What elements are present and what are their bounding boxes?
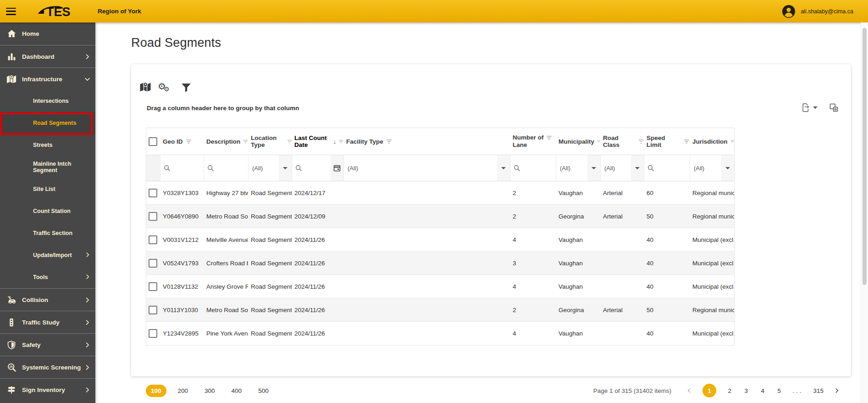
cell-description: Pine York Avenu... — [204, 330, 248, 337]
page-size-200[interactable]: 200 — [173, 385, 194, 397]
settings-gears-icon[interactable]: ⚙⚙ — [158, 82, 170, 92]
map-pin-icon[interactable] — [139, 82, 151, 92]
sidebar-item-road-segments[interactable]: Road Segments — [0, 112, 95, 134]
filter-last-count-date[interactable] — [292, 155, 343, 181]
column-header-municipality[interactable]: Municipality — [556, 138, 600, 145]
map-icon — [6, 74, 17, 84]
sidebar-item-infrastructure[interactable]: Infrastructure — [0, 67, 95, 90]
page-size-500[interactable]: 500 — [253, 385, 274, 397]
table-row[interactable]: Y0328Y1303 Highway 27 btw... Road Segmen… — [146, 181, 734, 205]
sidebar-item-traffic-section[interactable]: Traffic Section — [0, 222, 95, 244]
sidebar-item-traffic-study[interactable]: Traffic Study — [0, 311, 95, 333]
table-row[interactable]: Y0646Y0890 Metro Road Sou... Road Segmen… — [146, 205, 734, 228]
sidebar-item-intersections[interactable]: Intersections — [0, 90, 95, 112]
filter-description[interactable] — [204, 155, 248, 181]
previous-page-icon[interactable] — [686, 387, 692, 394]
table-row[interactable]: Y1234V2895 Pine York Avenu... Road Segme… — [146, 322, 734, 345]
sidebar-item-systemic-screening[interactable]: Systemic Screening — [0, 356, 95, 378]
scrollbar-thumb[interactable] — [862, 28, 867, 285]
column-header-geo-id[interactable]: Geo ID — [160, 138, 204, 145]
avatar-icon[interactable] — [782, 5, 796, 18]
column-header-location-type[interactable]: Location Type — [248, 134, 292, 148]
cell-jurisdiction: Regional munici... — [690, 213, 734, 220]
column-header-number-of-lane[interactable]: Number of Lane — [510, 128, 556, 155]
column-header-facility-type[interactable]: Facility Type — [343, 138, 510, 145]
vertical-scrollbar[interactable] — [861, 22, 868, 403]
row-checkbox[interactable] — [149, 212, 157, 221]
column-header-road-class[interactable]: Road Class — [600, 134, 644, 148]
calendar-icon[interactable] — [331, 155, 343, 181]
page-number-2[interactable]: 2 — [726, 387, 733, 394]
column-header-last-count-date[interactable]: Last Count Date ↓ — [292, 134, 343, 148]
column-chooser-icon[interactable] — [829, 103, 838, 112]
filter-road-class[interactable]: (All) — [600, 155, 644, 181]
table-row[interactable]: Y0113Y1030 Metro Road Sou... Road Segmen… — [146, 298, 734, 322]
page-number-3[interactable]: 3 — [743, 387, 749, 394]
dropdown-caret-icon[interactable] — [279, 155, 292, 181]
sidebar-item-count-station[interactable]: Count Station — [0, 200, 95, 222]
cell-location-type: Road Segment — [248, 236, 292, 243]
column-filter-icon — [287, 139, 292, 144]
main-content: Road Segments ⚙⚙ Drag a column header he… — [95, 22, 861, 403]
sidebar-item-mainline-intch-segment[interactable]: Mainline Intch Segment — [0, 156, 95, 178]
sidebar-item-home[interactable]: Home — [0, 22, 95, 45]
grid-toolbar: ⚙⚙ — [139, 82, 192, 92]
column-header-jurisdiction[interactable]: Jurisdiction — [690, 138, 734, 145]
dropdown-caret-icon[interactable] — [587, 155, 600, 181]
filter-speed-limit[interactable] — [644, 155, 690, 181]
hamburger-menu-icon[interactable] — [6, 8, 16, 15]
page-size-100[interactable]: 100 — [146, 385, 166, 397]
filter-location-type[interactable]: (All) — [248, 155, 292, 181]
page-size-300[interactable]: 300 — [199, 385, 220, 397]
column-header-description[interactable]: Description — [204, 138, 248, 145]
filter-facility-type[interactable]: (All) — [343, 155, 510, 181]
chevron-right-icon — [84, 53, 91, 62]
sidebar-item-sign-inventory[interactable]: Sign Inventory — [0, 378, 95, 401]
page-size-400[interactable]: 400 — [227, 385, 247, 397]
table-row[interactable]: V0031V1212 Melville Avenue... Road Segme… — [146, 228, 734, 252]
table-row[interactable]: V0524V1793 Crofters Road b... Road Segme… — [146, 252, 734, 275]
sidebar-item-site-list[interactable]: Site List — [0, 178, 95, 200]
page-number-1[interactable]: 1 — [702, 384, 716, 397]
cell-description: Melville Avenue... — [204, 236, 248, 243]
row-checkbox[interactable] — [149, 329, 157, 338]
row-checkbox[interactable] — [149, 235, 157, 244]
column-header-speed-limit[interactable]: Speed Limit — [644, 134, 690, 148]
sidebar-item-update-import[interactable]: Update/Import — [0, 244, 95, 266]
row-checkbox[interactable] — [149, 189, 157, 197]
page-number-315[interactable]: 315 — [813, 387, 824, 394]
car-crash-icon — [6, 295, 17, 305]
filter-jurisdiction[interactable]: (All) — [690, 155, 734, 181]
search-icon — [295, 165, 302, 172]
row-checkbox[interactable] — [149, 306, 157, 314]
cell-last-count-date: 2024/11/26 — [292, 307, 343, 313]
column-filter-icon — [339, 139, 343, 144]
next-page-icon[interactable] — [834, 387, 840, 394]
page-number-5[interactable]: 5 — [776, 387, 782, 394]
logo-text: TES — [46, 5, 71, 19]
sidebar-item-tools[interactable]: Tools — [0, 266, 95, 288]
row-checkbox[interactable] — [149, 259, 157, 268]
table-row[interactable]: V0128V1132 Ansley Grove Ro... Road Segme… — [146, 275, 734, 298]
filter-geo-id[interactable] — [160, 155, 204, 181]
search-icon — [647, 165, 654, 172]
sidebar-item-collision[interactable]: Collision — [0, 288, 95, 311]
filter-number-of-lane[interactable] — [510, 155, 556, 181]
sidebar-item-dashboard[interactable]: Dashboard — [0, 45, 95, 67]
chevron-right-icon — [84, 252, 91, 260]
page-number-4[interactable]: 4 — [759, 387, 766, 394]
filter-funnel-icon[interactable] — [181, 82, 192, 92]
export-data-icon[interactable] — [802, 103, 818, 112]
sidebar-item-streets[interactable]: Streets — [0, 134, 95, 156]
sidebar-item-safety[interactable]: Safety — [0, 333, 95, 356]
select-all-checkbox[interactable] — [149, 137, 157, 146]
road-segments-card: ⚙⚙ Drag a column header here to group by… — [131, 64, 851, 376]
dropdown-caret-icon[interactable] — [631, 155, 644, 181]
dropdown-caret-icon[interactable] — [497, 155, 510, 181]
dropdown-caret-icon[interactable] — [721, 155, 734, 181]
group-panel-hint: Drag a column header here to group by th… — [147, 105, 299, 112]
cell-location-type: Road Segment — [248, 283, 292, 290]
user-email[interactable]: ali.shalaby@cima.ca — [801, 8, 853, 15]
filter-municipality[interactable]: (All) — [556, 155, 600, 181]
row-checkbox[interactable] — [149, 282, 157, 291]
